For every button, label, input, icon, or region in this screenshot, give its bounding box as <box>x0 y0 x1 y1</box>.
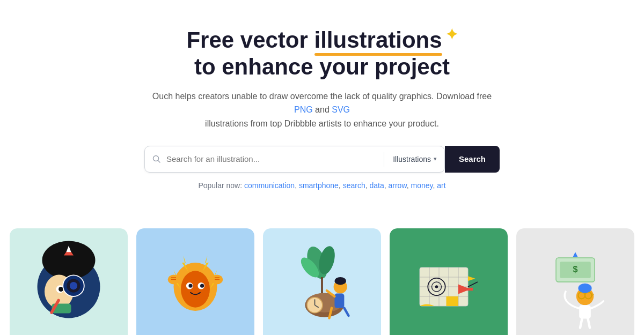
svg-point-20 <box>200 284 204 287</box>
collections-row: Polar 594 illustrations <box>0 228 644 335</box>
tag-money[interactable]: money <box>411 181 433 190</box>
svg-point-45 <box>334 277 346 285</box>
category-label: Illustrations <box>393 155 431 163</box>
category-dropdown[interactable]: Illustrations ▾ <box>385 155 444 163</box>
search-button[interactable]: Search <box>445 146 500 173</box>
tag-data[interactable]: data <box>369 181 384 190</box>
hero-subtitle: Ouch helps creators unable to draw overc… <box>150 90 494 131</box>
chevron-down-icon: ▾ <box>434 155 437 162</box>
svg-marker-65 <box>573 252 578 257</box>
search-bar-wrapper: Illustrations ▾ Search <box>11 146 633 173</box>
svg-marker-57 <box>447 296 459 306</box>
search-divider <box>384 152 384 167</box>
collection-card-buddy[interactable]: $ Budd <box>516 228 634 335</box>
hero-title: Free vector illustrations✦ to enhance yo… <box>11 26 633 81</box>
svg-rect-67 <box>579 305 591 318</box>
svg-point-16 <box>181 271 210 307</box>
collection-card-jaconda[interactable]: Jaconda 91 illustrations <box>263 228 381 335</box>
svg-point-12 <box>70 282 77 289</box>
hero-title-highlight: illustrations <box>314 27 442 54</box>
svg-text:$: $ <box>573 264 577 274</box>
flame-image <box>136 228 254 335</box>
search-input[interactable] <box>166 147 383 170</box>
buddy-image: $ <box>516 228 634 335</box>
svg-line-74 <box>580 318 582 327</box>
tag-communication[interactable]: communication <box>244 181 295 190</box>
collection-card-flame[interactable]: Flame 1758 illustrations <box>136 228 254 335</box>
svg-marker-60 <box>468 276 475 281</box>
svg-point-18 <box>188 284 192 287</box>
svg-point-14 <box>52 279 55 282</box>
polar-image <box>10 228 128 335</box>
collection-card-polar[interactable]: Polar 594 illustrations <box>10 228 128 335</box>
svg-rect-59 <box>463 287 473 290</box>
search-bar: Illustrations ▾ <box>144 146 445 173</box>
svg-rect-41 <box>334 293 344 308</box>
collection-card-geom[interactable]: Geom 185 illustrations <box>390 228 508 335</box>
tag-search[interactable]: search <box>343 181 365 190</box>
search-icon <box>145 155 166 163</box>
geom-image <box>390 228 508 335</box>
svg-point-73 <box>578 283 591 293</box>
svg-link[interactable]: SVG <box>332 105 350 114</box>
jaconda-image <box>263 228 381 335</box>
tag-arrow[interactable]: arrow <box>388 181 406 190</box>
png-link[interactable]: PNG <box>294 105 313 114</box>
popular-tags: Popular now: communication, smartphone, … <box>11 181 633 190</box>
sparkle-icon: ✦ <box>445 26 458 44</box>
svg-line-43 <box>344 308 348 315</box>
svg-point-56 <box>435 285 438 288</box>
tag-smartphone[interactable]: smartphone <box>299 181 339 190</box>
hero-section: Free vector illustrations✦ to enhance yo… <box>0 0 644 228</box>
popular-label: Popular now: <box>198 181 244 190</box>
tag-art[interactable]: art <box>437 181 445 190</box>
svg-line-75 <box>588 318 590 327</box>
svg-line-1 <box>158 160 160 162</box>
svg-line-61 <box>468 282 478 287</box>
